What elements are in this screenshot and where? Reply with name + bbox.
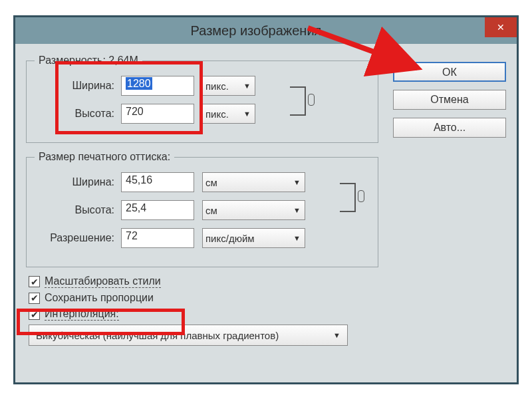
dimensions-group: Размерность: 2,64M Ширина: 1280 пикс. ▼ … — [26, 55, 378, 143]
chevron-down-icon: ▼ — [243, 110, 251, 118]
unit-label: см — [205, 205, 217, 216]
pixel-height-input[interactable]: 720 — [121, 104, 194, 124]
print-width-unit-select[interactable]: см ▼ — [202, 172, 305, 192]
pixel-width-unit-select[interactable]: пикс. ▼ — [202, 76, 255, 96]
unit-label: см — [205, 177, 217, 188]
dialog-body: Размерность: 2,64M Ширина: 1280 пикс. ▼ … — [15, 44, 517, 382]
resolution-label: Разрешение: — [35, 232, 121, 244]
window-title: Размер изображения — [191, 23, 322, 39]
close-icon: ✕ — [497, 22, 505, 33]
unit-label: пикс/дюйм — [205, 233, 255, 244]
interpolation-method-select[interactable]: Бикубическая (наилучшая для плавных град… — [29, 325, 348, 346]
dimensions-legend: Размерность: 2,64M — [35, 55, 142, 66]
keep-aspect-checkbox[interactable]: ✔ Сохранить пропорции — [29, 292, 378, 304]
interpolation-method-label: Бикубическая (наилучшая для плавных град… — [36, 330, 279, 341]
print-height-input[interactable]: 25,4 — [121, 200, 194, 220]
interpolation-label: Интерполяция: — [45, 308, 119, 321]
chain-link-icon[interactable] — [354, 188, 368, 205]
checkbox-checked-icon: ✔ — [29, 293, 40, 304]
close-button[interactable]: ✕ — [485, 17, 517, 37]
height-label: Высота: — [35, 108, 121, 120]
print-width-input[interactable]: 45,16 — [121, 172, 194, 192]
chevron-down-icon: ▼ — [293, 234, 301, 242]
dialog-window: Размер изображения ✕ Размерность: 2,64M … — [13, 15, 519, 384]
chevron-down-icon: ▼ — [293, 206, 301, 214]
print-legend: Размер печатного оттиска: — [35, 151, 174, 163]
chain-link-icon[interactable] — [305, 91, 318, 108]
unit-label: пикс. — [205, 108, 229, 120]
resolution-input[interactable]: 72 — [121, 228, 194, 248]
scale-styles-checkbox[interactable]: ✔ Масштабировать стили — [29, 275, 378, 288]
checkbox-checked-icon: ✔ — [29, 276, 40, 287]
chevron-down-icon: ▼ — [333, 331, 340, 339]
print-width-label: Ширина: — [35, 176, 121, 188]
link-bracket — [290, 86, 306, 116]
pixel-width-input[interactable]: 1280 — [121, 76, 194, 96]
link-bracket — [340, 183, 356, 212]
auto-button[interactable]: Авто... — [393, 118, 506, 138]
scale-styles-label: Масштабировать стили — [45, 275, 161, 288]
width-label: Ширина: — [35, 80, 121, 92]
keep-aspect-label: Сохранить пропорции — [45, 292, 154, 304]
cancel-button[interactable]: Отмена — [393, 90, 506, 110]
checkbox-checked-icon: ✔ — [29, 309, 40, 320]
print-size-group: Размер печатного оттиска: Ширина: 45,16 … — [26, 151, 378, 267]
ok-button[interactable]: ОК — [393, 62, 506, 82]
titlebar: Размер изображения ✕ — [15, 17, 517, 44]
pixel-height-unit-select[interactable]: пикс. ▼ — [202, 104, 255, 124]
print-height-label: Высота: — [35, 204, 121, 216]
print-height-unit-select[interactable]: см ▼ — [202, 200, 305, 220]
interpolation-checkbox[interactable]: ✔ Интерполяция: — [29, 308, 378, 321]
resolution-unit-select[interactable]: пикс/дюйм ▼ — [202, 228, 305, 248]
chevron-down-icon: ▼ — [243, 82, 251, 90]
chevron-down-icon: ▼ — [293, 178, 301, 186]
unit-label: пикс. — [205, 80, 229, 92]
